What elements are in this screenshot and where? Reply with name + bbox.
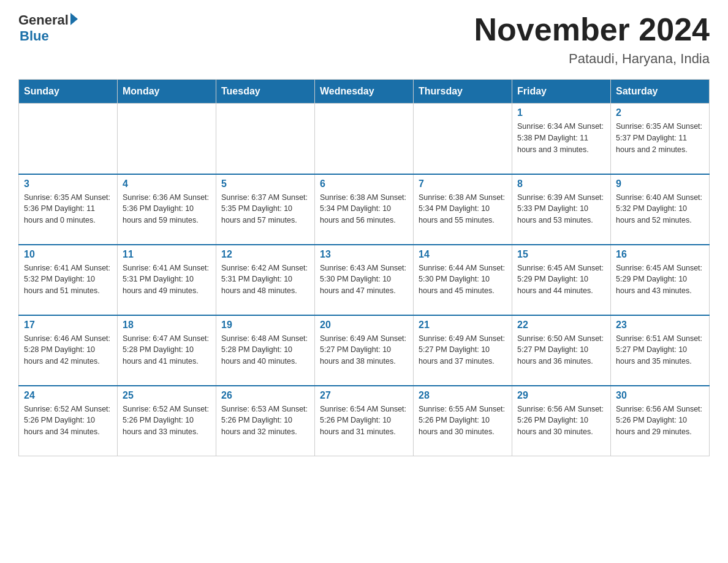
day-info: Sunrise: 6:37 AM Sunset: 5:35 PM Dayligh… [221,192,309,226]
page-header: General Blue November 2024 Pataudi, Hary… [18,12,710,67]
day-number: 21 [419,320,507,331]
calendar-cell-w3-d2: 11Sunrise: 6:41 AM Sunset: 5:31 PM Dayli… [118,245,216,315]
calendar-cell-w4-d7: 23Sunrise: 6:51 AM Sunset: 5:27 PM Dayli… [611,315,710,386]
day-number: 17 [24,320,112,331]
day-info: Sunrise: 6:45 AM Sunset: 5:29 PM Dayligh… [616,262,704,297]
calendar-cell-w2-d4: 6Sunrise: 6:38 AM Sunset: 5:34 PM Daylig… [315,174,414,245]
header-tuesday: Tuesday [216,80,315,104]
calendar-cell-w2-d2: 4Sunrise: 6:36 AM Sunset: 5:36 PM Daylig… [118,174,216,245]
calendar-week-1: 1Sunrise: 6:34 AM Sunset: 5:38 PM Daylig… [19,104,710,174]
calendar-cell-w3-d4: 13Sunrise: 6:43 AM Sunset: 5:30 PM Dayli… [315,245,414,315]
calendar-cell-w4-d3: 19Sunrise: 6:48 AM Sunset: 5:28 PM Dayli… [216,315,315,386]
day-number: 14 [419,249,507,260]
day-number: 29 [517,390,605,401]
calendar-cell-w3-d5: 14Sunrise: 6:44 AM Sunset: 5:30 PM Dayli… [414,245,512,315]
day-number: 22 [517,320,605,331]
calendar-cell-w4-d1: 17Sunrise: 6:46 AM Sunset: 5:28 PM Dayli… [19,315,118,386]
day-number: 27 [320,390,408,401]
day-number: 5 [221,178,309,190]
day-number: 10 [24,249,112,260]
day-info: Sunrise: 6:39 AM Sunset: 5:33 PM Dayligh… [517,192,605,226]
location-text: Pataudi, Haryana, India [474,51,710,67]
day-info: Sunrise: 6:38 AM Sunset: 5:34 PM Dayligh… [419,192,507,226]
day-number: 23 [616,320,704,331]
calendar-cell-w2-d1: 3Sunrise: 6:35 AM Sunset: 5:36 PM Daylig… [19,174,118,245]
calendar-cell-w4-d2: 18Sunrise: 6:47 AM Sunset: 5:28 PM Dayli… [118,315,216,386]
logo-arrow-icon [70,13,78,25]
calendar-cell-w5-d3: 26Sunrise: 6:53 AM Sunset: 5:26 PM Dayli… [216,386,315,456]
calendar-cell-w1-d6: 1Sunrise: 6:34 AM Sunset: 5:38 PM Daylig… [512,104,611,174]
logo-blue-text: Blue [20,28,49,44]
day-number: 20 [320,320,408,331]
day-info: Sunrise: 6:40 AM Sunset: 5:32 PM Dayligh… [616,192,704,226]
day-info: Sunrise: 6:41 AM Sunset: 5:31 PM Dayligh… [123,262,211,297]
calendar-cell-w1-d4 [315,104,414,174]
day-info: Sunrise: 6:44 AM Sunset: 5:30 PM Dayligh… [419,262,507,297]
calendar-cell-w5-d2: 25Sunrise: 6:52 AM Sunset: 5:26 PM Dayli… [118,386,216,456]
calendar-cell-w3-d7: 16Sunrise: 6:45 AM Sunset: 5:29 PM Dayli… [611,245,710,315]
calendar-table: SundayMondayTuesdayWednesdayThursdayFrid… [18,79,710,456]
day-info: Sunrise: 6:45 AM Sunset: 5:29 PM Dayligh… [517,262,605,297]
calendar-cell-w4-d5: 21Sunrise: 6:49 AM Sunset: 5:27 PM Dayli… [414,315,512,386]
calendar-cell-w4-d4: 20Sunrise: 6:49 AM Sunset: 5:27 PM Dayli… [315,315,414,386]
day-info: Sunrise: 6:54 AM Sunset: 5:26 PM Dayligh… [320,404,408,438]
day-number: 1 [517,107,605,118]
day-number: 16 [616,249,704,260]
calendar-cell-w3-d6: 15Sunrise: 6:45 AM Sunset: 5:29 PM Dayli… [512,245,611,315]
header-wednesday: Wednesday [315,80,414,104]
logo: General Blue [18,12,78,44]
calendar-week-3: 10Sunrise: 6:41 AM Sunset: 5:32 PM Dayli… [19,245,710,315]
calendar-week-2: 3Sunrise: 6:35 AM Sunset: 5:36 PM Daylig… [19,174,710,245]
day-info: Sunrise: 6:38 AM Sunset: 5:34 PM Dayligh… [320,192,408,226]
day-number: 6 [320,178,408,190]
day-number: 24 [24,390,112,401]
day-info: Sunrise: 6:36 AM Sunset: 5:36 PM Dayligh… [123,192,211,226]
calendar-cell-w5-d5: 28Sunrise: 6:55 AM Sunset: 5:26 PM Dayli… [414,386,512,456]
day-number: 13 [320,249,408,260]
day-number: 19 [221,320,309,331]
calendar-cell-w1-d5 [414,104,512,174]
day-number: 8 [517,178,605,190]
day-info: Sunrise: 6:56 AM Sunset: 5:26 PM Dayligh… [517,404,605,438]
logo-top: General [18,12,78,28]
calendar-cell-w5-d6: 29Sunrise: 6:56 AM Sunset: 5:26 PM Dayli… [512,386,611,456]
calendar-cell-w1-d3 [216,104,315,174]
day-number: 30 [616,390,704,401]
day-number: 18 [123,320,211,331]
title-section: November 2024 Pataudi, Haryana, India [474,12,710,67]
day-number: 12 [221,249,309,260]
day-number: 2 [616,107,704,118]
header-thursday: Thursday [414,80,512,104]
day-number: 15 [517,249,605,260]
day-info: Sunrise: 6:42 AM Sunset: 5:31 PM Dayligh… [221,262,309,297]
day-info: Sunrise: 6:47 AM Sunset: 5:28 PM Dayligh… [123,333,211,367]
day-info: Sunrise: 6:53 AM Sunset: 5:26 PM Dayligh… [221,404,309,438]
day-info: Sunrise: 6:55 AM Sunset: 5:26 PM Dayligh… [419,404,507,438]
day-info: Sunrise: 6:49 AM Sunset: 5:27 PM Dayligh… [320,333,408,367]
day-number: 25 [123,390,211,401]
calendar-cell-w4-d6: 22Sunrise: 6:50 AM Sunset: 5:27 PM Dayli… [512,315,611,386]
day-number: 7 [419,178,507,190]
day-info: Sunrise: 6:48 AM Sunset: 5:28 PM Dayligh… [221,333,309,367]
day-info: Sunrise: 6:51 AM Sunset: 5:27 PM Dayligh… [616,333,704,367]
day-info: Sunrise: 6:52 AM Sunset: 5:26 PM Dayligh… [24,404,112,438]
calendar-title: November 2024 [474,12,710,47]
header-sunday: Sunday [19,80,118,104]
header-saturday: Saturday [611,80,710,104]
day-info: Sunrise: 6:35 AM Sunset: 5:37 PM Dayligh… [616,121,704,155]
day-number: 9 [616,178,704,190]
day-number: 28 [419,390,507,401]
calendar-cell-w2-d5: 7Sunrise: 6:38 AM Sunset: 5:34 PM Daylig… [414,174,512,245]
calendar-cell-w2-d7: 9Sunrise: 6:40 AM Sunset: 5:32 PM Daylig… [611,174,710,245]
calendar-week-4: 17Sunrise: 6:46 AM Sunset: 5:28 PM Dayli… [19,315,710,386]
day-info: Sunrise: 6:35 AM Sunset: 5:36 PM Dayligh… [24,192,112,226]
day-info: Sunrise: 6:34 AM Sunset: 5:38 PM Dayligh… [517,121,605,155]
logo-general-text: General [18,12,69,28]
day-info: Sunrise: 6:52 AM Sunset: 5:26 PM Dayligh… [123,404,211,438]
calendar-cell-w5-d4: 27Sunrise: 6:54 AM Sunset: 5:26 PM Dayli… [315,386,414,456]
header-friday: Friday [512,80,611,104]
calendar-cell-w1-d7: 2Sunrise: 6:35 AM Sunset: 5:37 PM Daylig… [611,104,710,174]
header-monday: Monday [118,80,216,104]
calendar-header-row: SundayMondayTuesdayWednesdayThursdayFrid… [19,80,710,104]
calendar-week-5: 24Sunrise: 6:52 AM Sunset: 5:26 PM Dayli… [19,386,710,456]
